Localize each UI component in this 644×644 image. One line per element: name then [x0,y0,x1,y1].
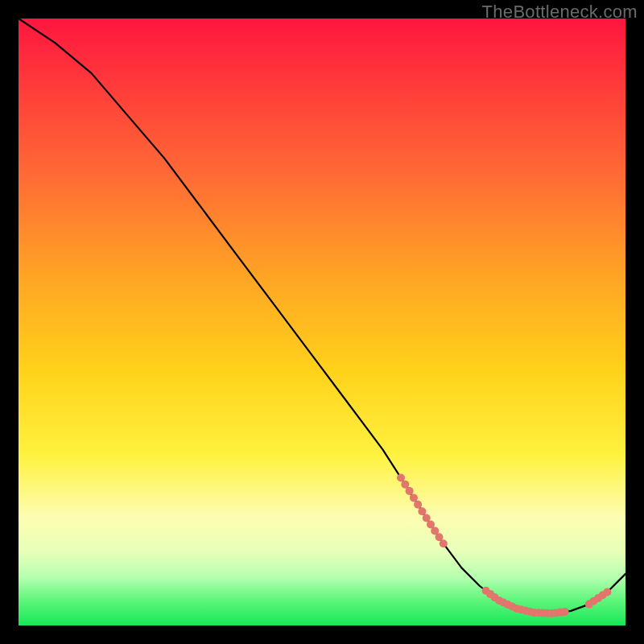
marker-dot [414,501,422,509]
plot-area [19,19,625,625]
marker-dot [410,493,418,502]
marker-dot [406,487,414,495]
marker-dot [440,539,448,547]
curve-svg [19,19,625,625]
watermark-text: TheBottleneck.com [482,2,638,23]
bottleneck-curve [19,19,625,613]
marker-dot [401,481,409,489]
curve-markers [397,474,611,617]
marker-dot [397,474,405,482]
marker-dot [561,608,569,616]
chart-frame: TheBottleneck.com [0,0,644,644]
marker-dot [418,507,426,515]
marker-dot [603,588,611,597]
